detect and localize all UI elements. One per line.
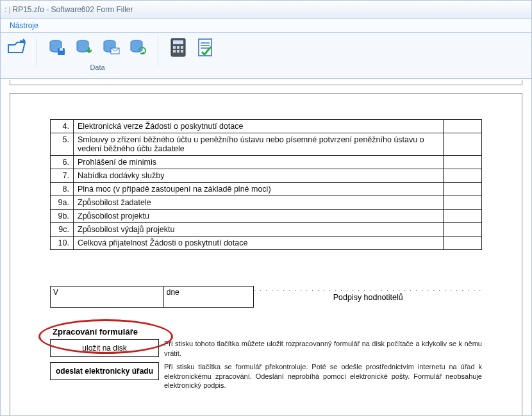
svg-rect-11 — [181, 46, 183, 49]
row-text: Prohlášení de minimis — [74, 156, 444, 169]
svg-rect-2 — [60, 48, 63, 51]
row-extra-cell[interactable] — [444, 183, 482, 196]
ribbon-group-label: Data — [90, 63, 104, 71]
save-to-disk-button[interactable]: uložit na disk — [50, 339, 159, 357]
table-row: 8.Plná moc (v případě zastoupení na zákl… — [51, 183, 482, 196]
window-titlebar: : | RP15.zfo - Software602 Form Filler — [1, 1, 531, 19]
send-electronically-description: Při stisku tlačítka se formulář překontr… — [164, 362, 482, 391]
row-extra-cell[interactable] — [444, 120, 482, 133]
row-number: 6. — [51, 156, 74, 169]
signature-caption: . . . . . . . . . . . . . . . . . . . . … — [254, 286, 482, 308]
workspace: 4.Elektronická verze Žádosti o poskytnut… — [1, 79, 531, 416]
ribbon-divider — [37, 37, 37, 66]
row-number: 9a. — [51, 196, 74, 210]
row-extra-cell[interactable] — [444, 237, 482, 250]
row-number: 4. — [51, 120, 74, 133]
window-filename: RP15.zfo — [12, 5, 44, 14]
row-text: Způsobilost žadatele — [74, 196, 444, 210]
database-mail-icon[interactable] — [100, 37, 122, 58]
row-text: Plná moc (v případě zastoupení na základ… — [74, 183, 444, 196]
signature-row: V dne . . . . . . . . . . . . . . . . . … — [50, 286, 482, 308]
send-electronically-button[interactable]: odeslat elektronicky úřadu — [50, 362, 159, 380]
database-save-icon[interactable] — [46, 37, 68, 58]
database-download-icon[interactable] — [73, 37, 95, 58]
row-number: 9c. — [51, 223, 74, 237]
row-extra-cell[interactable] — [444, 169, 482, 183]
row-extra-cell[interactable] — [444, 156, 482, 169]
signature-place-label: V — [53, 288, 58, 297]
row-number: 5. — [51, 133, 74, 156]
calculator-icon[interactable] — [167, 37, 189, 58]
menubar: Nástroje — [1, 19, 531, 33]
svg-rect-12 — [173, 50, 176, 53]
folder-open-icon[interactable] — [6, 37, 28, 58]
table-row: 7.Nabídka dodávky služby — [51, 169, 482, 183]
row-text: Způsobilost výdajů projektu — [74, 223, 444, 237]
row-text: Elektronická verze Žádosti o poskytnutí … — [74, 120, 444, 133]
window-appname: Software602 Form Filler — [51, 5, 133, 14]
row-number: 9b. — [51, 210, 74, 223]
menu-tools[interactable]: Nástroje — [6, 20, 42, 31]
row-text: Smlouvy o zřízení běžného účtu u peněžní… — [74, 133, 444, 156]
ribbon-group-leading — [6, 37, 28, 58]
row-extra-cell[interactable] — [444, 223, 482, 237]
form-page: 4.Elektronická verze Žádosti o poskytnut… — [10, 93, 522, 416]
attachments-table: 4.Elektronická verze Žádosti o poskytnut… — [50, 119, 482, 250]
table-row: 10.Celková přijatelnost Žádosti o poskyt… — [51, 237, 482, 250]
table-row: 5.Smlouvy o zřízení běžného účtu u peněž… — [51, 133, 482, 156]
table-row: 4.Elektronická verze Žádosti o poskytnut… — [51, 120, 482, 133]
ribbon-group-tools — [167, 37, 216, 58]
signature-caption-text: Podpisy hodnotitelů — [333, 293, 403, 302]
processing-section: Zpracování formuláře uložit na disk Při … — [50, 327, 482, 390]
svg-rect-10 — [177, 46, 179, 49]
signature-date-label: dne — [167, 288, 179, 297]
svg-rect-9 — [173, 46, 176, 49]
row-text: Celková přijatelnost Žádosti o poskytnut… — [74, 237, 444, 250]
svg-rect-13 — [177, 50, 179, 53]
row-text: Nabídka dodávky služby — [74, 169, 444, 183]
table-row: 9a.Způsobilost žadatele — [51, 196, 482, 210]
row-number: 8. — [51, 183, 74, 196]
ribbon: Data — [1, 33, 531, 79]
row-extra-cell[interactable] — [444, 210, 482, 223]
svg-rect-8 — [173, 40, 183, 44]
previous-page-edge — [10, 80, 522, 85]
signature-dots: . . . . . . . . . . . . . . . . . . . . … — [254, 286, 482, 292]
titlebar-leading: : — [4, 5, 6, 14]
processing-title: Zpracování formuláře — [53, 327, 482, 337]
ribbon-divider — [158, 37, 158, 66]
row-extra-cell[interactable] — [444, 133, 482, 156]
save-to-disk-description: Při stisku tohoto tlačítka můžete uložit… — [164, 339, 482, 358]
signature-date-box[interactable]: dne — [163, 286, 254, 308]
row-number: 7. — [51, 169, 74, 183]
table-row: 6.Prohlášení de minimis — [51, 156, 482, 169]
table-row: 9c.Způsobilost výdajů projektu — [51, 223, 482, 237]
row-extra-cell[interactable] — [444, 196, 482, 210]
validate-icon[interactable] — [194, 37, 216, 58]
database-refresh-icon[interactable] — [127, 37, 149, 58]
ribbon-group-data: Data — [46, 37, 149, 71]
table-row: 9b.Způsobilost projektu — [51, 210, 482, 223]
signature-place-box[interactable]: V — [50, 286, 163, 308]
svg-rect-14 — [181, 50, 183, 53]
row-text: Způsobilost projektu — [74, 210, 444, 223]
row-number: 10. — [51, 237, 74, 250]
